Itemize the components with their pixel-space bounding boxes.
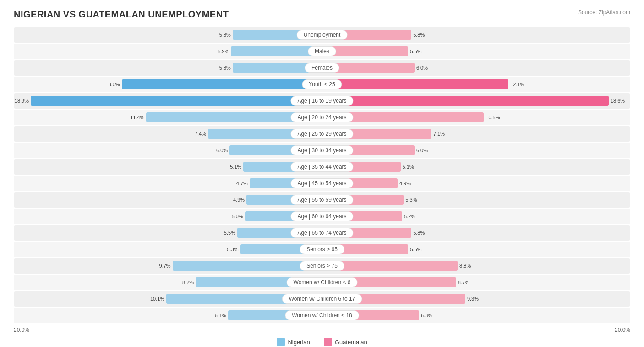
chart-row: 4.9% Age | 55 to 59 years 5.3% [14, 192, 630, 208]
chart-row: 5.9% Males 5.6% [14, 44, 630, 59]
left-value: 18.9% [15, 98, 29, 104]
row-label: Women w/ Children < 18 [285, 310, 359, 320]
bar-right-space: 6.0% [322, 60, 630, 76]
row-inner: 5.3% Seniors > 65 5.6% [14, 242, 630, 257]
right-value: 6.0% [416, 148, 428, 153]
row-inner: 6.1% Women w/ Children < 18 6.3% [14, 308, 630, 323]
chart-row: 7.4% Age | 25 to 29 years 7.1% [14, 126, 630, 142]
legend-label: Guatemalan [335, 339, 367, 346]
bar-blue [31, 96, 322, 106]
row-inner: 6.0% Age | 30 to 34 years 6.0% [14, 143, 630, 158]
row-inner: 4.7% Age | 45 to 54 years 4.9% [14, 176, 630, 191]
right-value: 7.1% [433, 131, 445, 137]
bar-left-space: 6.0% [14, 143, 322, 158]
row-inner: 5.5% Age | 65 to 74 years 5.8% [14, 225, 630, 241]
chart-row: 5.0% Age | 60 to 64 years 5.2% [14, 209, 630, 224]
right-value: 10.5% [486, 115, 500, 120]
chart-row: 5.5% Age | 65 to 74 years 5.8% [14, 225, 630, 241]
bar-pink [322, 79, 508, 89]
left-value: 5.9% [218, 49, 229, 54]
left-value: 10.1% [150, 296, 164, 302]
bar-left-space: 5.8% [14, 27, 322, 43]
left-value: 5.5% [224, 230, 235, 236]
bar-left-space: 5.3% [14, 242, 322, 257]
left-value: 8.2% [182, 280, 194, 285]
row-inner: 11.4% Age | 20 to 24 years 10.5% [14, 110, 630, 125]
chart-row: 13.0% Youth < 25 12.1% [14, 77, 630, 92]
right-value: 6.0% [416, 65, 428, 71]
row-label: Age | 35 to 44 years [290, 162, 353, 172]
row-label: Seniors > 75 [300, 261, 344, 271]
row-label: Age | 55 to 59 years [290, 195, 353, 205]
bar-right-space: 5.8% [322, 225, 630, 241]
row-label: Age | 45 to 54 years [290, 178, 353, 188]
right-value: 5.1% [403, 164, 414, 170]
legend-label: Nigerian [288, 339, 310, 346]
left-value: 5.1% [230, 164, 241, 170]
right-value: 5.6% [410, 247, 421, 252]
legend: Nigerian Guatemalan [14, 338, 630, 346]
row-label: Youth < 25 [302, 79, 342, 89]
row-label: Age | 65 to 74 years [290, 228, 353, 238]
row-inner: 5.1% Age | 35 to 44 years 5.1% [14, 159, 630, 175]
bar-right-space: 9.3% [322, 291, 630, 307]
axis-left-label: 20.0% [14, 327, 29, 333]
right-value: 9.3% [467, 296, 479, 302]
left-value: 5.8% [219, 65, 231, 71]
row-label: Unemployment [297, 30, 348, 40]
chart-source: Source: ZipAtlas.com [578, 9, 630, 16]
chart-title: NIGERIAN VS GUATEMALAN UNEMPLOYMENT [14, 9, 229, 20]
bar-left-space: 13.0% [14, 77, 322, 92]
bar-right-space: 6.0% [322, 143, 630, 158]
legend-color [277, 338, 285, 346]
chart-row: 11.4% Age | 20 to 24 years 10.5% [14, 110, 630, 125]
bar-left-space: 5.0% [14, 209, 322, 224]
bar-right-space: 18.6% [322, 93, 630, 109]
right-value: 8.7% [458, 280, 469, 285]
row-inner: 5.0% Age | 60 to 64 years 5.2% [14, 209, 630, 224]
right-value: 5.3% [405, 197, 417, 203]
row-label: Seniors > 65 [300, 244, 344, 254]
chart-row: 18.9% Age | 16 to 19 years 18.6% [14, 93, 630, 109]
left-value: 6.0% [216, 148, 228, 153]
right-value: 5.8% [413, 32, 425, 38]
legend-item: Nigerian [277, 338, 310, 346]
bar-left-space: 8.2% [14, 275, 322, 290]
right-value: 5.8% [413, 230, 425, 236]
row-label: Women w/ Children < 6 [287, 277, 358, 287]
bar-right-space: 7.1% [322, 126, 630, 142]
bar-left-space: 10.1% [14, 291, 322, 307]
left-value: 11.4% [130, 115, 144, 120]
row-inner: 7.4% Age | 25 to 29 years 7.1% [14, 126, 630, 142]
legend-color [324, 338, 332, 346]
row-label: Age | 60 to 64 years [290, 211, 353, 221]
bar-right-space: 5.6% [322, 44, 630, 59]
axis-right-label: 20.0% [615, 327, 630, 333]
axis-left: 20.0% [14, 327, 322, 333]
chart-row: 5.8% Females 6.0% [14, 60, 630, 76]
chart-row: 5.8% Unemployment 5.8% [14, 27, 630, 43]
row-label: Males [308, 46, 336, 56]
bar-left-space: 5.5% [14, 225, 322, 241]
right-value: 12.1% [510, 82, 524, 87]
bar-right-space: 5.1% [322, 159, 630, 175]
axis-right: 20.0% [322, 327, 630, 333]
row-inner: 4.9% Age | 55 to 59 years 5.3% [14, 192, 630, 208]
bar-left-space: 5.1% [14, 159, 322, 175]
bar-right-space: 5.8% [322, 27, 630, 43]
row-inner: 13.0% Youth < 25 12.1% [14, 77, 630, 92]
bar-left-space: 6.1% [14, 308, 322, 323]
bar-right-space: 5.3% [322, 192, 630, 208]
bar-right-space: 6.3% [322, 308, 630, 323]
chart-container: NIGERIAN VS GUATEMALAN UNEMPLOYMENT Sour… [0, 0, 644, 347]
row-label: Age | 30 to 34 years [290, 145, 353, 155]
left-value: 5.8% [219, 32, 231, 38]
chart-row: 5.3% Seniors > 65 5.6% [14, 242, 630, 257]
bar-right-space: 8.7% [322, 275, 630, 290]
row-inner: 10.1% Women w/ Children 6 to 17 9.3% [14, 291, 630, 307]
right-value: 5.2% [404, 214, 415, 219]
right-value: 18.6% [611, 98, 625, 104]
left-value: 4.9% [233, 197, 245, 203]
left-value: 4.7% [236, 181, 248, 186]
row-inner: 8.2% Women w/ Children < 6 8.7% [14, 275, 630, 290]
